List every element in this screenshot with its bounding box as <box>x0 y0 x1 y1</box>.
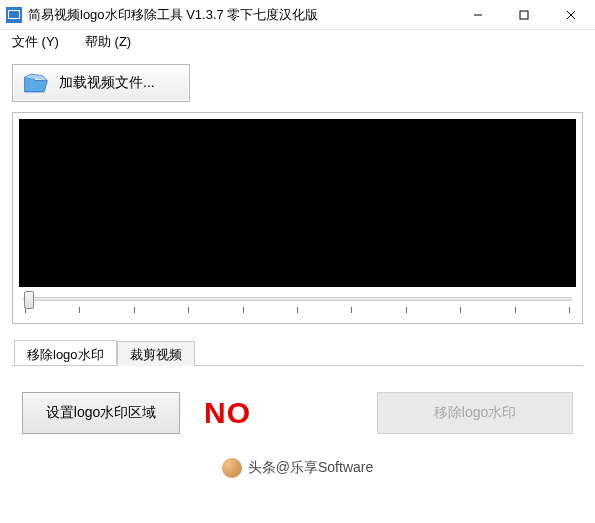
set-watermark-region-label: 设置logo水印区域 <box>46 404 156 422</box>
slider-thumb[interactable] <box>24 291 34 309</box>
slider-ticks <box>23 307 572 313</box>
tab-panel-remove: 设置logo水印区域 NO 移除logo水印 <box>12 366 583 446</box>
attribution-avatar-icon <box>222 458 242 478</box>
menubar: 文件 (Y) 帮助 (Z) <box>0 30 595 54</box>
window-title: 简易视频logo水印移除工具 V1.3.7 零下七度汉化版 <box>28 6 455 24</box>
timeline-slider[interactable] <box>19 297 576 317</box>
close-button[interactable] <box>547 0 595 29</box>
svg-rect-2 <box>9 11 19 18</box>
menu-file[interactable]: 文件 (Y) <box>6 31 65 53</box>
set-watermark-region-button[interactable]: 设置logo水印区域 <box>22 392 180 434</box>
tab-remove-watermark[interactable]: 移除logo水印 <box>14 340 117 365</box>
titlebar: 简易视频logo水印移除工具 V1.3.7 零下七度汉化版 <box>0 0 595 30</box>
app-icon <box>6 7 22 23</box>
menu-help[interactable]: 帮助 (Z) <box>79 31 137 53</box>
load-video-label: 加载视频文件... <box>59 74 155 92</box>
status-label: NO <box>204 396 251 430</box>
load-video-button[interactable]: 加载视频文件... <box>12 64 190 102</box>
svg-rect-4 <box>520 11 528 19</box>
attribution-text: 头条@乐享Software <box>248 459 373 477</box>
video-frame <box>12 112 583 324</box>
remove-watermark-button[interactable]: 移除logo水印 <box>377 392 573 434</box>
folder-icon <box>23 72 49 94</box>
tabs: 移除logo水印 裁剪视频 <box>12 340 583 366</box>
minimize-button[interactable] <box>455 0 501 29</box>
footer-attribution: 头条@乐享Software <box>12 458 583 478</box>
remove-watermark-label: 移除logo水印 <box>434 404 516 422</box>
video-preview <box>19 119 576 287</box>
tab-crop-video[interactable]: 裁剪视频 <box>117 341 195 366</box>
window-controls <box>455 0 595 29</box>
maximize-button[interactable] <box>501 0 547 29</box>
